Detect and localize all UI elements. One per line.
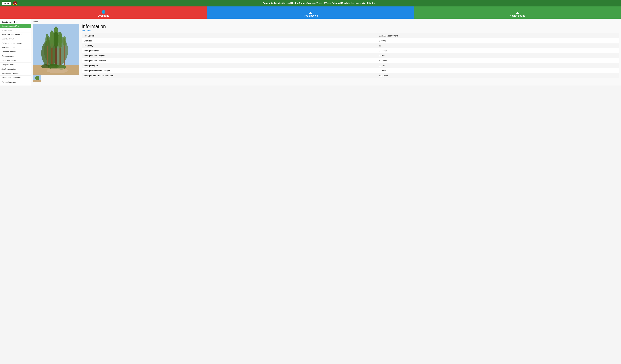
sidebar-item-spondias[interactable]: Spondias mombin	[0, 50, 31, 54]
content-columns: Information view details Tree Specie: Ca…	[33, 24, 619, 82]
thumbnail-1[interactable]	[33, 75, 41, 82]
table-row: Average Volume: 0.655625	[82, 48, 619, 53]
field-value-avg-volume: 0.655625	[377, 48, 619, 53]
sidebar-item-gliricidia[interactable]: Gliricidia sepium	[0, 37, 31, 41]
field-label-frequency: Frequency:	[82, 43, 377, 48]
field-value-location: Odudua	[377, 38, 619, 43]
table-row: Tree Specie: Casuarina equisetifolia	[82, 34, 619, 38]
tab-health-label: Health Status	[510, 14, 525, 17]
sidebar-item-casuarina[interactable]: Casuarina equisetifolia	[0, 24, 31, 28]
tab-species-label: Tree Species	[303, 14, 318, 17]
field-value-avg-height: 29.625	[377, 63, 619, 68]
locations-icon: 🌐	[102, 10, 105, 14]
tab-locations-label: Locations	[98, 14, 109, 17]
table-row: Averege Crown Diemeter: 18.59375	[82, 58, 619, 63]
field-label-avg-slenderness: Average Slenderness Coefficient:	[82, 73, 377, 78]
svg-point-19	[63, 36, 66, 47]
sidebar-item-phyllanthus[interactable]: Phyllanthus discoideus	[0, 71, 31, 76]
field-value-species: Casuarina equisetifolia	[377, 34, 619, 38]
svg-point-15	[58, 34, 63, 49]
sidebar-label: Select Avenue Tree:	[0, 20, 31, 24]
information-title: Information	[82, 24, 619, 29]
university-logo: UI	[13, 1, 17, 6]
content-area: Image	[31, 18, 621, 86]
svg-point-12	[49, 32, 54, 48]
thumbnail-row	[33, 75, 79, 82]
field-label-avg-crown-diameter: Averege Crown Diemeter:	[82, 58, 377, 63]
field-label-avg-volume: Average Volume:	[82, 48, 377, 53]
table-row: Location: Odudua	[82, 38, 619, 43]
svg-text:UI: UI	[14, 3, 16, 4]
info-column: Information view details Tree Specie: Ca…	[82, 24, 619, 82]
header: Home UI Geospatial Distribution and Heal…	[0, 0, 621, 6]
sidebar-item-tabebuia[interactable]: Tabebuia rosea	[0, 54, 31, 58]
sidebar-item-terminalia-catappa[interactable]: Terminalia catappa	[0, 80, 31, 84]
svg-point-23	[47, 68, 68, 73]
home-button[interactable]: Home	[2, 2, 11, 5]
tab-tree-species[interactable]: Tree Species	[207, 6, 414, 18]
sidebar-item-peltophorum[interactable]: Peltophorum pterocarpum	[0, 41, 31, 45]
nav-tabs: 🌐 Locations Tree Species Health Status	[0, 6, 621, 18]
sidebar-item-mangifera[interactable]: Mangifera indica	[0, 63, 31, 67]
health-triangle-icon	[516, 12, 519, 14]
table-row: Average Height: 29.625	[82, 63, 619, 68]
image-column	[33, 24, 79, 82]
table-row: Frequency: 16	[82, 43, 619, 48]
sidebar: Select Avenue Tree: Casuarina equisetifo…	[0, 18, 31, 86]
information-table: Tree Specie: Casuarina equisetifolia Loc…	[82, 34, 619, 78]
field-value-avg-merch-height: 20.9375	[377, 68, 619, 73]
main-layout: Select Avenue Tree: Casuarina equisetifo…	[0, 18, 621, 86]
sidebar-item-eucalyptus[interactable]: Eucalyptus camaldulensis	[0, 33, 31, 37]
image-section-label: Image	[33, 21, 619, 23]
page-title: Geospatial Distribution and Health Statu…	[19, 2, 619, 4]
svg-point-22	[41, 64, 49, 68]
sidebar-item-azadirachta[interactable]: Azadirachta indica	[0, 67, 31, 71]
table-row: Average Merchantable Height: 20.9375	[82, 68, 619, 73]
tree-main-image[interactable]	[33, 24, 79, 75]
field-value-avg-crown-diameter: 18.59375	[377, 58, 619, 63]
tab-health-status[interactable]: Health Status	[414, 6, 621, 18]
field-value-frequency: 16	[377, 43, 619, 48]
svg-point-17	[45, 34, 49, 46]
sidebar-item-samanea[interactable]: Samanea saman	[0, 45, 31, 50]
field-label-avg-merch-height: Average Merchantable Height:	[82, 68, 377, 73]
sidebar-item-delonix[interactable]: Delonix regia	[0, 28, 31, 33]
tree-illustration	[33, 24, 79, 75]
table-row: Average Crown Length: 8.6875	[82, 53, 619, 58]
view-details-link[interactable]: view details	[82, 30, 619, 32]
field-label-avg-crown-length: Average Crown Length:	[82, 53, 377, 58]
field-label-location: Location:	[82, 38, 377, 43]
field-label-avg-height: Average Height:	[82, 63, 377, 68]
field-label-species: Tree Specie:	[82, 34, 377, 38]
sidebar-item-terminalia-mantaly[interactable]: Terminalia mantaly	[0, 58, 31, 63]
tab-locations[interactable]: 🌐 Locations	[0, 6, 207, 18]
table-row: Average Slenderness Coefficient: 139.183…	[82, 73, 619, 78]
sidebar-item-ricinodendron[interactable]: Ricinodendron heudelotii	[0, 76, 31, 80]
species-triangle-icon	[309, 12, 312, 14]
svg-rect-27	[37, 79, 37, 80]
field-value-avg-slenderness: 139.18375	[377, 73, 619, 78]
field-value-avg-crown-length: 8.6875	[377, 53, 619, 58]
